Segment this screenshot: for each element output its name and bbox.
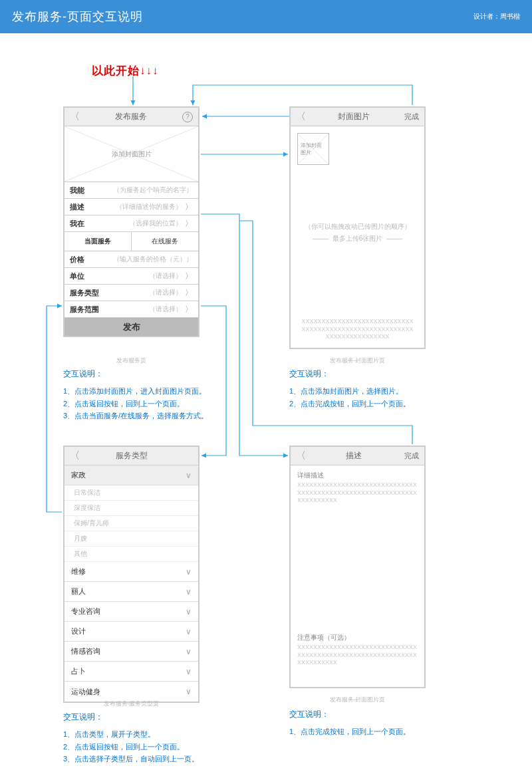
wf1-header: 〈 发布服务 ? [65,108,198,126]
wf4-caption: 发布服务-封面图片页 [289,696,426,704]
wireframe-publish: 〈 发布服务 ? 添加封面图片 我能（为服务起个响亮的名字） 描述（详细描述你的… [63,106,200,337]
wf2-header: 〈 封面图片 完成 [291,108,424,126]
wf2-caption: 发布服务-封面图片页 [289,356,426,365]
category-item[interactable]: 家政∨ [65,465,198,485]
reorder-hint: （你可以拖拽改动已传图片的顺序） 最多上传6张图片 [291,221,424,245]
field-service-type[interactable]: 服务类型（请选择）〉 [65,284,198,301]
field-price[interactable]: 价格（输入服务的价格（元）） [65,251,198,267]
chevron-down-icon: ∨ [186,471,192,480]
service-mode-tabs: 当面服务 在线服务 [65,231,198,251]
wf4-header: 〈 描述 完成 [291,447,424,465]
interact-notes-3: 交互说明： 1、点击类型，展开子类型。 2、点击返回按钮，回到上一个页面。 3、… [63,712,223,765]
chevron-down-icon: ∨ [186,647,192,656]
interact-notes-2: 交互说明： 1、点击添加封面图片，选择图片。 2、点击完成按钮，回到上一个页面。 [289,368,449,410]
chevron-right-icon: 〉 [185,287,193,299]
tab-in-person[interactable]: 当面服务 [65,232,132,251]
wf3-title: 服务类型 [79,450,184,461]
subcategory-item[interactable]: 深度保洁 [65,501,198,516]
wf1-caption: 发布服务页 [63,356,200,365]
page-header: 发布服务-页面交互说明 设计者：周书楷 [0,0,532,33]
category-item[interactable]: 丽人∨ [65,582,198,602]
chevron-down-icon: ∨ [186,667,192,676]
subcategory-item[interactable]: 月嫂 [65,531,198,547]
wireframe-cover-images: 〈 封面图片 完成 添加封面图片 （你可以拖拽改动已传图片的顺序） 最多上传6张… [289,106,426,349]
chevron-down-icon: ∨ [186,687,192,696]
notes-label: 注意事项（可选） [291,628,424,644]
wireframe-service-type: 〈 服务类型 家政∨ 日常保洁 深度保洁 保姆/育儿师 月嫂 其他 维修∨ 丽人… [63,446,200,703]
chevron-down-icon: ∨ [186,627,192,636]
back-icon[interactable]: 〈 [296,110,305,123]
chevron-down-icon: ∨ [186,567,192,577]
chevron-down-icon: ∨ [186,607,192,616]
done-button[interactable]: 完成 [402,112,419,122]
category-item[interactable]: 专业咨询∨ [65,602,198,622]
chevron-right-icon: 〉 [185,271,193,282]
category-item[interactable]: 维修∨ [65,562,198,582]
chevron-right-icon: 〉 [185,201,193,213]
chevron-down-icon: ∨ [186,587,192,596]
subcategory-item[interactable]: 保姆/育儿师 [65,516,198,531]
help-icon[interactable]: ? [182,112,193,122]
start-here-label: 以此开始↓↓↓ [92,63,159,78]
wf4-title: 描述 [305,450,402,461]
add-cover-image[interactable]: 添加封面图片 [64,126,199,182]
interact-notes-4: 交互说明： 1、点击完成按钮，回到上一个页面。 [289,709,449,738]
field-service-range[interactable]: 服务范围（请选择）〉 [65,301,198,317]
field-location[interactable]: 我在（选择我的位置）〉 [65,215,198,231]
wf2-title: 封面图片 [305,111,402,122]
field-desc[interactable]: 描述（详细描述你的服务）〉 [65,198,198,215]
chevron-right-icon: 〉 [185,218,193,229]
interact-notes-1: 交互说明： 1、点击添加封面图片，进入封面图片页面。 2、点击返回按钮，回到上一… [63,368,223,422]
page-title: 发布服务-页面交互说明 [12,9,143,25]
chevron-right-icon: 〉 [185,304,193,315]
notes-placeholder[interactable]: XXXXXXXXXXXXXXXXXXXXXXXXXXXXXXXXXXXXXXXX… [291,644,424,667]
subcategory-item[interactable]: 日常保洁 [65,485,198,501]
placeholder-text: XXXXXXXXXXXXXXXXXXXXXXXXXXXXXXXXXXXXXXXX… [300,318,415,341]
field-name[interactable]: 我能（为服务起个响亮的名字） [65,182,198,198]
wf1-title: 发布服务 [79,111,182,122]
category-item[interactable]: 设计∨ [65,622,198,642]
wireframe-description: 〈 描述 完成 详细描述 XXXXXXXXXXXXXXXXXXXXXXXXXXX… [289,446,426,688]
back-icon[interactable]: 〈 [296,450,305,462]
wf3-header: 〈 服务类型 [65,447,198,465]
cover-label: 添加封面图片 [65,126,198,182]
designer-label: 设计者：周书楷 [473,12,520,21]
wf3-caption: 发布服务-服务类型页 [63,700,200,708]
thumb-label: 添加封面图片 [298,134,329,164]
category-item[interactable]: 情感咨询∨ [65,642,198,662]
category-item[interactable]: 占卜∨ [65,662,198,682]
tab-online[interactable]: 在线服务 [132,232,198,251]
field-unit[interactable]: 单位（请选择）〉 [65,267,198,284]
desc-label: 详细描述 [291,465,424,481]
category-item[interactable]: 运动健身∨ [65,682,198,702]
done-button[interactable]: 完成 [402,451,419,461]
back-icon[interactable]: 〈 [70,110,79,123]
back-icon[interactable]: 〈 [70,450,79,462]
desc-placeholder[interactable]: XXXXXXXXXXXXXXXXXXXXXXXXXXXXXXXXXXXXXXXX… [291,481,424,505]
publish-button[interactable]: 发布 [65,317,198,336]
subcategory-item[interactable]: 其他 [65,547,198,562]
add-image-thumb[interactable]: 添加封面图片 [297,133,329,165]
